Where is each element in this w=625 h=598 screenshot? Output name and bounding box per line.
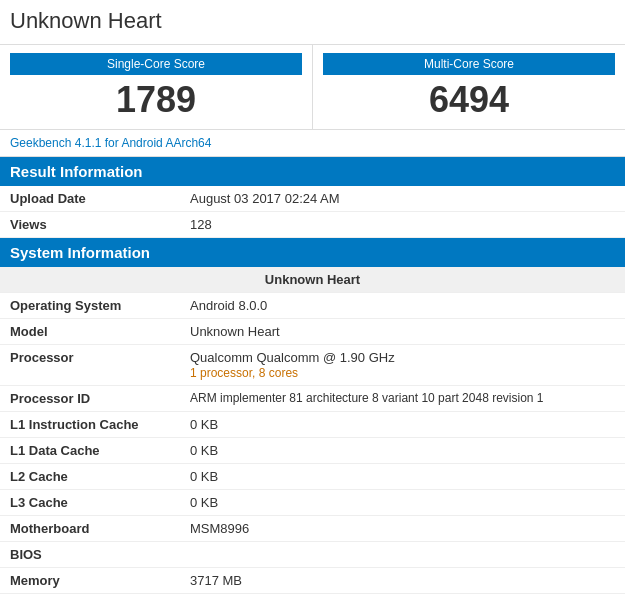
result-section: Result Information Upload Date August 03…: [0, 157, 625, 238]
single-core-label: Single-Core Score: [10, 53, 302, 75]
table-row: Model Unknown Heart: [0, 319, 625, 345]
table-row: Operating System Android 8.0.0: [0, 293, 625, 319]
table-row: BIOS: [0, 542, 625, 568]
model-value: Unknown Heart: [180, 319, 625, 345]
bios-label: BIOS: [0, 542, 180, 568]
table-row: Processor ID ARM implementer 81 architec…: [0, 386, 625, 412]
system-section-header: System Information: [0, 238, 625, 267]
l2-cache-value: 0 KB: [180, 464, 625, 490]
multi-core-label: Multi-Core Score: [323, 53, 615, 75]
l3-cache-label: L3 Cache: [0, 490, 180, 516]
upload-date-value: August 03 2017 02:24 AM: [180, 186, 625, 212]
single-core-value: 1789: [10, 79, 302, 121]
l1-instruction-label: L1 Instruction Cache: [0, 412, 180, 438]
processor-label: Processor: [0, 345, 180, 386]
table-row: L1 Instruction Cache 0 KB: [0, 412, 625, 438]
l1-instruction-value: 0 KB: [180, 412, 625, 438]
table-row: L2 Cache 0 KB: [0, 464, 625, 490]
multi-core-box: Multi-Core Score 6494: [313, 45, 625, 129]
processor-id-label: Processor ID: [0, 386, 180, 412]
l2-cache-label: L2 Cache: [0, 464, 180, 490]
result-section-header: Result Information: [0, 157, 625, 186]
system-table: Unknown Heart Operating System Android 8…: [0, 267, 625, 594]
model-label: Model: [0, 319, 180, 345]
bios-value: [180, 542, 625, 568]
processor-value: Qualcomm Qualcomm @ 1.90 GHz 1 processor…: [180, 345, 625, 386]
device-name: Unknown Heart: [0, 267, 625, 293]
upload-date-label: Upload Date: [0, 186, 180, 212]
table-row: Processor Qualcomm Qualcomm @ 1.90 GHz 1…: [0, 345, 625, 386]
table-row: L3 Cache 0 KB: [0, 490, 625, 516]
l1-data-value: 0 KB: [180, 438, 625, 464]
processor-detail: 1 processor, 8 cores: [190, 366, 298, 380]
multi-core-value: 6494: [323, 79, 615, 121]
scores-section: Single-Core Score 1789 Multi-Core Score …: [0, 45, 625, 130]
motherboard-value: MSM8996: [180, 516, 625, 542]
os-label: Operating System: [0, 293, 180, 319]
result-table: Upload Date August 03 2017 02:24 AM View…: [0, 186, 625, 238]
motherboard-label: Motherboard: [0, 516, 180, 542]
table-row: Upload Date August 03 2017 02:24 AM: [0, 186, 625, 212]
geekbench-version[interactable]: Geekbench 4.1.1 for Android AArch64: [0, 130, 625, 157]
l1-data-label: L1 Data Cache: [0, 438, 180, 464]
views-label: Views: [0, 212, 180, 238]
os-value: Android 8.0.0: [180, 293, 625, 319]
l3-cache-value: 0 KB: [180, 490, 625, 516]
memory-label: Memory: [0, 568, 180, 594]
processor-id-value: ARM implementer 81 architecture 8 varian…: [180, 386, 625, 412]
page-title: Unknown Heart: [0, 0, 625, 45]
single-core-box: Single-Core Score 1789: [0, 45, 313, 129]
table-row: L1 Data Cache 0 KB: [0, 438, 625, 464]
device-name-row: Unknown Heart: [0, 267, 625, 293]
views-value: 128: [180, 212, 625, 238]
system-section: System Information Unknown Heart Operati…: [0, 238, 625, 594]
table-row: Motherboard MSM8996: [0, 516, 625, 542]
table-row: Views 128: [0, 212, 625, 238]
table-row: Memory 3717 MB: [0, 568, 625, 594]
memory-value: 3717 MB: [180, 568, 625, 594]
